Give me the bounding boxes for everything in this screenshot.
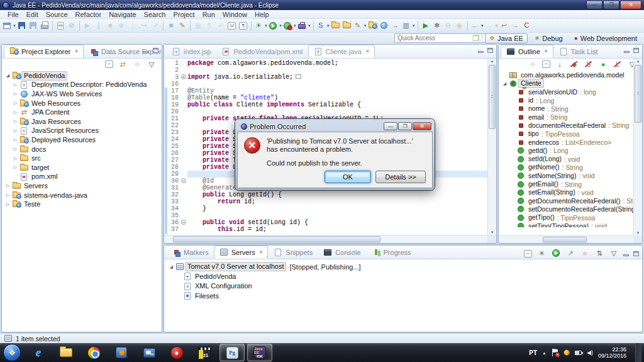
outline-item-getnome[interactable]: getNome() : String (500, 163, 642, 171)
save-button[interactable] (16, 20, 28, 31)
language-indicator[interactable]: PT (529, 349, 537, 356)
outline-item-setid-long[interactable]: setId(Long) : void (500, 155, 642, 163)
columns-button[interactable]: ▥▼ (401, 20, 416, 31)
close-tab-icon[interactable]: ✕ (74, 48, 79, 54)
forward-history-button[interactable]: →▼ (484, 20, 499, 31)
hide-fields-button[interactable]: ◆ (569, 60, 579, 69)
outline-item-documentoreceitafederal[interactable]: documentoReceitaFederal : String (500, 122, 642, 130)
outline-vertical-scrollbar[interactable]: ▲ ▼ (633, 59, 642, 235)
build-button[interactable]: ✱ (431, 20, 443, 31)
editor-tab-cliente-java[interactable]: JCliente.java✕ (308, 45, 375, 58)
coverage-button[interactable]: ▼ (282, 20, 297, 31)
view-tab-snippets[interactable]: Snippets (268, 246, 318, 259)
editor-tab-index-jsp[interactable]: ●index.jsp (166, 45, 216, 58)
collapsed-region-icon[interactable] (296, 74, 301, 79)
dropdown-arrow-icon[interactable]: ▼ (412, 24, 416, 28)
code-line-32[interactable]: 32 public Long getId() { (164, 191, 487, 198)
tree-item-src[interactable]: ▷src (3, 154, 162, 163)
outline-item-id[interactable]: id : Long (500, 96, 642, 105)
tree-item-docs[interactable]: ▷docs (3, 145, 162, 154)
menu-edit[interactable]: Edit (23, 10, 42, 19)
outline-item-setnome-string[interactable]: setNome(String) : void (500, 172, 642, 180)
hide-static-members-button[interactable]: S (584, 60, 594, 69)
step-over-button[interactable]: ↪ (138, 20, 150, 31)
minimize-servers-icon[interactable] (623, 254, 629, 256)
expand-arrow-icon[interactable]: ▷ (12, 110, 19, 115)
toggle-pilcrow-button[interactable]: ¶ (238, 20, 249, 31)
server-item-xml-configuration[interactable]: XXML Configuration (167, 281, 642, 291)
media-player-taskbar-button[interactable] (109, 344, 134, 361)
collapse-all-button[interactable]: − (105, 60, 113, 68)
outline-item-setdocumentoreceitafederal-string[interactable]: setDocumentoReceitaFederal(String) : voi… (500, 205, 642, 213)
menu-file[interactable]: File (4, 10, 23, 19)
battery-icon[interactable] (575, 351, 582, 355)
editor-horizontal-scrollbar[interactable] (164, 235, 487, 243)
window-restore-button[interactable]: ❐ (603, 1, 619, 9)
external-tools-button[interactable]: ▼ (297, 20, 311, 31)
terminate-button[interactable]: ■ (104, 20, 116, 31)
maximize-outline-icon[interactable] (633, 48, 639, 53)
dropdown-arrow-icon[interactable]: ▼ (326, 24, 330, 28)
last-edit-location-button[interactable]: ↩ (499, 20, 510, 31)
close-tab-icon[interactable]: ✕ (259, 249, 264, 255)
tree-item-deployment-descriptor-pedidovenda[interactable]: ▷3Deployment Descriptor: PedidoVenda (3, 81, 162, 90)
maximize-editor-icon[interactable] (487, 48, 493, 53)
fold-toggle-icon[interactable]: + (180, 74, 187, 81)
hide-non-public-button[interactable]: ● (598, 60, 608, 69)
minimize-editor-icon[interactable] (478, 51, 484, 53)
toggle-u-button[interactable]: U (226, 20, 238, 31)
tree-item-pedidovenda[interactable]: ◢PedidoVenda (3, 71, 162, 81)
suspend-button[interactable]: ∥ (93, 20, 104, 31)
server-item-pedidovenda[interactable]: ●PedidoVenda (167, 272, 642, 282)
expand-arrow-icon[interactable]: ▷ (12, 119, 19, 124)
tree-item-target[interactable]: ▷target (3, 163, 162, 173)
expand-arrow-icon[interactable]: ▷ (12, 165, 19, 170)
code-line-33[interactable]: 33 return id; (164, 198, 487, 205)
clock[interactable]: 22:36 09/12/2016 (598, 346, 630, 359)
update-notifier-icon[interactable] (564, 349, 570, 356)
new-wizard-button[interactable]: ▼ (2, 20, 16, 31)
outline-item-email[interactable]: email : String (500, 113, 642, 121)
server-item-tomcat-v7-0-server-at-localhost[interactable]: ◢Tomcat v7.0 Server at localhost[Stopped… (167, 262, 642, 272)
windows-explorer-taskbar-button[interactable] (53, 344, 79, 361)
show-hidden-icons-button[interactable]: ▲ (542, 351, 547, 355)
filters-button[interactable]: ❉ (132, 60, 142, 69)
view-tab-task-list[interactable]: Task List (553, 45, 603, 58)
skip-all-breakpoints-button[interactable]: ⊘ (66, 20, 77, 31)
outline-item-setemail-string[interactable]: setEmail(String) : void (500, 188, 642, 196)
step-into-button[interactable]: ↓ (127, 20, 138, 31)
outline-item-cliente[interactable]: ◢CCliente (500, 79, 642, 88)
deploy-arrow-button[interactable]: → (390, 20, 401, 31)
menu-source[interactable]: Source (42, 10, 72, 19)
close-tab-icon[interactable]: ✕ (544, 48, 548, 54)
debug-button[interactable]: ✳▼ (253, 20, 268, 31)
outline-item-tipo[interactable]: tipo : TipoPessoa (500, 130, 642, 138)
tree-item-java-resources[interactable]: ▷Java Resources (3, 117, 162, 127)
internet-explorer-taskbar-button[interactable]: e (26, 344, 51, 361)
hand-tool-button[interactable]: ◉ (454, 20, 465, 31)
dialog-titlebar[interactable]: Problem Occurred — ❐ ✕ (237, 121, 433, 132)
tree-item-pom-xml[interactable]: Mpom.xml (3, 173, 162, 182)
details-button[interactable]: Details >> (375, 171, 426, 183)
menu-project[interactable]: Project (169, 10, 198, 19)
editor-vertical-scrollbar[interactable]: ▲ ▼ (487, 59, 496, 235)
outline-item-settipo-tipopessoa[interactable]: setTipo(TipoPessoa) : void (500, 222, 642, 227)
postgresql-taskbar-button[interactable]: Pg (219, 344, 245, 361)
volume-icon[interactable]: ◀) (587, 349, 593, 356)
window-close-button[interactable]: ✕ (620, 1, 641, 9)
code-line-16[interactable]: 16 (164, 81, 487, 88)
menu-search[interactable]: Search (140, 10, 170, 19)
expand-arrow-icon[interactable]: ▷ (4, 183, 11, 188)
step-return-button[interactable]: ↗ (150, 20, 161, 31)
remote-desktop-taskbar-button[interactable] (136, 344, 162, 361)
format-source-button[interactable]: ✎ (177, 20, 188, 31)
action-center-icon[interactable]: ✕ (552, 349, 558, 356)
view-tab-project-explorer[interactable]: Project Explorer✕ (4, 45, 84, 58)
run-server-button[interactable]: ▶ (420, 20, 431, 31)
outline-item-gettipo[interactable]: getTipo() : TipoPessoa (500, 213, 642, 222)
dropdown-arrow-icon[interactable]: ▼ (495, 24, 499, 28)
perspective-debug[interactable]: ✳Debug (530, 33, 567, 43)
tree-item-javascript-resources[interactable]: ▷SJavaScript Resources (3, 127, 162, 136)
dialog-minimize-button[interactable]: — (384, 122, 397, 130)
window-minimize-button[interactable]: — (586, 1, 602, 9)
